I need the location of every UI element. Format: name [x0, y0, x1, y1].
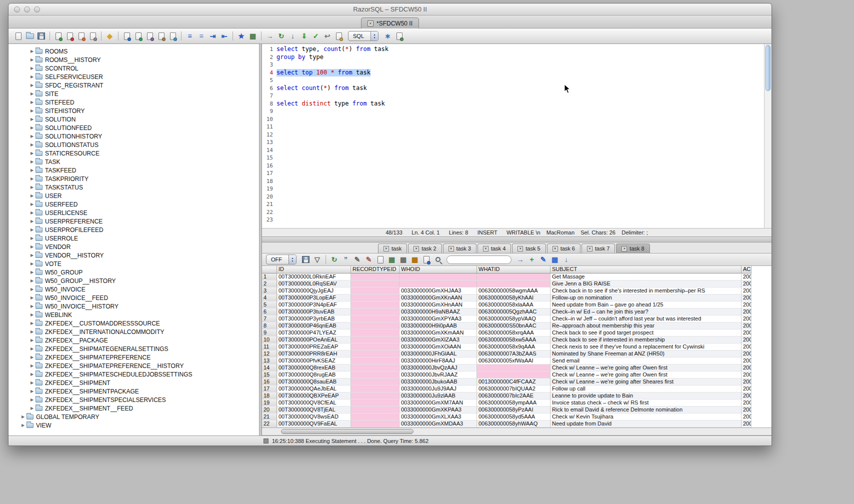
table-row[interactable]: 1700T3000000QAeJbEAL0033000000Ju9J9AAJ00… [262, 386, 772, 392]
tree-item-weblink[interactable]: ▶WEBLINK [8, 310, 259, 319]
data-cell[interactable]: 0063000000S50bnAAC [477, 322, 550, 330]
data-cell[interactable]: 200 [742, 294, 752, 302]
tree-item-userfeed[interactable]: ▶USERFEED [8, 200, 259, 208]
result-tab-task-5[interactable]: ×task 5 [512, 244, 546, 253]
disclosure-triangle-icon[interactable]: ▶ [28, 355, 36, 360]
disclosure-triangle-icon[interactable]: ▶ [28, 346, 36, 351]
data-cell[interactable]: 200 [742, 358, 752, 364]
disclosure-triangle-icon[interactable]: ▶ [20, 414, 26, 419]
tree-item-zkfedex__shipmentpackage[interactable]: ▶ZKFEDEX__SHIPMENTPACKAGE [8, 387, 259, 396]
row-number-cell[interactable]: 4 [262, 294, 277, 302]
disclosure-triangle-icon[interactable]: ▶ [28, 202, 36, 206]
data-cell[interactable] [351, 274, 400, 280]
tree-item-sitehistory[interactable]: ▶SITEHISTORY [8, 106, 259, 115]
disclosure-triangle-icon[interactable]: ▶ [28, 92, 36, 96]
result-tab-task-7[interactable]: ×task 7 [582, 244, 615, 253]
disclosure-triangle-icon[interactable]: ▶ [28, 49, 36, 54]
tree-item-solutionhistory[interactable]: ▶SOLUTIONHISTORY [8, 132, 259, 140]
data-cell[interactable] [351, 336, 400, 344]
data-cell[interactable]: 006300000058x9qAAA [477, 344, 550, 350]
data-cell[interactable] [351, 294, 400, 302]
tree-item-zkfedex__shipmentspecialservices[interactable]: ▶ZKFEDEX__SHIPMENTSPECIALSERVICES [8, 396, 259, 404]
data-cell[interactable]: 0033000000JFhGlAAL [400, 350, 477, 358]
tree-item-zkfedex__shipmatepreference[interactable]: ▶ZKFEDEX__SHIPMATEPREFERENCE [8, 353, 259, 362]
disclosure-triangle-icon[interactable]: ▶ [28, 253, 36, 258]
table-row[interactable]: 600T3000000P3tuvEAB0033000000H9aNBAAZ006… [262, 308, 772, 316]
row-number-cell[interactable]: 21 [262, 414, 277, 420]
data-cell[interactable]: 00T3000000QAeJbEAL [277, 386, 351, 392]
data-cell[interactable] [351, 350, 400, 358]
disclosure-triangle-icon[interactable]: ▶ [28, 100, 36, 104]
data-cell[interactable]: Check w/ Leanne – we're going after Owen… [550, 372, 742, 378]
disclosure-triangle-icon[interactable]: ▶ [28, 312, 36, 317]
disclosure-triangle-icon[interactable]: ▶ [28, 389, 36, 394]
data-cell[interactable]: 00T3000000QV8wsEAD [277, 414, 351, 420]
disclosure-triangle-icon[interactable]: ▶ [28, 304, 36, 308]
data-cell[interactable]: 00T3000000L0RknEAF [277, 274, 351, 280]
save-results-icon[interactable] [300, 254, 311, 265]
update-row-icon[interactable]: ✎ [538, 254, 548, 265]
copy-results-icon[interactable] [144, 30, 155, 42]
rerun-query-icon[interactable]: ↻ [329, 254, 340, 265]
data-cell[interactable]: 200 [742, 322, 752, 330]
data-cell[interactable]: 0033000000JbvQzAAJ [400, 364, 477, 372]
row-number-cell[interactable]: 17 [262, 386, 277, 392]
data-cell[interactable]: 0033000000GmXHJAA3 [400, 288, 477, 294]
results-scrollbar-thumb[interactable] [281, 429, 414, 434]
data-cell[interactable] [351, 344, 400, 350]
data-cell[interactable] [351, 406, 400, 414]
data-cell[interactable] [351, 280, 400, 288]
data-cell[interactable]: 0033000000GmXKmAAN [400, 330, 477, 336]
column-header-AC[interactable]: AC [742, 266, 752, 274]
disconnect-icon[interactable] [76, 30, 86, 42]
disclosure-triangle-icon[interactable]: ▶ [28, 406, 36, 410]
data-cell[interactable]: Follow up call [550, 386, 742, 392]
describe-table-icon[interactable] [394, 30, 404, 42]
data-cell[interactable]: 0033000000GmXLXAA3 [400, 414, 477, 420]
edit-mode-pencil-icon[interactable]: ✎ [352, 254, 362, 265]
filter-icon[interactable]: ▽ [312, 254, 322, 265]
tree-item-rooms__history[interactable]: ▶ROOMS__HISTORY [8, 56, 259, 64]
data-cell[interactable]: 0033000000H9i0pAAB [400, 322, 477, 330]
data-cell[interactable] [351, 302, 400, 308]
row-number-cell[interactable]: 8 [262, 322, 277, 330]
tree-item-w50_group__history[interactable]: ▶W50_GROUP__HISTORY [8, 276, 259, 285]
data-cell[interactable]: 00T3000000PREZaEAP [277, 344, 351, 350]
data-cell[interactable]: 006300000058yKhAAI [477, 294, 550, 302]
result-tab-task-3[interactable]: ×task 3 [443, 244, 476, 253]
data-cell[interactable] [351, 364, 400, 372]
data-cell[interactable]: 00T3000000POeAnEAL [277, 336, 351, 344]
row-number-cell[interactable]: 19 [262, 400, 277, 406]
outdent-icon[interactable]: ⇤ [219, 30, 230, 42]
data-cell[interactable]: Check w/ Leanne – we're going after Shea… [550, 378, 742, 386]
data-cell[interactable]: 00T3000000Q8rugEAB [277, 372, 351, 378]
disclosure-triangle-icon[interactable]: ▶ [28, 228, 36, 232]
disclosure-triangle-icon[interactable]: ▶ [28, 398, 36, 402]
data-cell[interactable]: 0033000000GmXKPAA3 [400, 406, 477, 414]
data-cell[interactable]: 200 [742, 378, 752, 386]
data-cell[interactable]: 200 [742, 372, 752, 378]
data-cell[interactable]: 0033000000JbukoAAB [400, 378, 477, 386]
data-cell[interactable] [351, 316, 400, 322]
tree-item-userpreference[interactable]: ▶USERPREFERENCE [8, 217, 259, 226]
disclosure-triangle-icon[interactable]: ▶ [28, 296, 36, 300]
close-result-tab-icon[interactable]: × [414, 246, 419, 252]
document-tab[interactable]: × *SFDCW50 II [361, 18, 419, 28]
data-cell[interactable]: 0033000000JbvRJAAZ [400, 372, 477, 378]
disclosure-triangle-icon[interactable]: ▶ [28, 372, 36, 376]
disclosure-triangle-icon[interactable]: ▶ [28, 194, 36, 198]
disclosure-triangle-icon[interactable]: ▶ [28, 151, 36, 156]
data-cell[interactable]: 00T3000000Q8rexEAB [277, 364, 351, 372]
disclosure-triangle-icon[interactable]: ▶ [28, 321, 36, 326]
save-file-icon[interactable] [36, 30, 46, 42]
grid-corner-cell[interactable] [262, 266, 277, 274]
data-cell[interactable]: Need update from David [550, 420, 742, 428]
table-row[interactable]: 1500T3000000Q8rugEAB0033000000JbvRJAAZCh… [262, 372, 772, 378]
log-view-icon[interactable] [334, 30, 344, 42]
data-cell[interactable]: Follow-up on nomination [550, 294, 742, 302]
data-cell[interactable]: 006300000058xrqAAA [477, 330, 550, 336]
data-cell[interactable]: Check–in w/ Ed – can he join this year? [550, 308, 742, 316]
data-cell[interactable]: 00T3000000Q8sauEAB [277, 378, 351, 386]
data-cell[interactable]: 00630000005xfWaAAI [477, 358, 550, 364]
disclosure-triangle-icon[interactable]: ▶ [28, 108, 36, 113]
